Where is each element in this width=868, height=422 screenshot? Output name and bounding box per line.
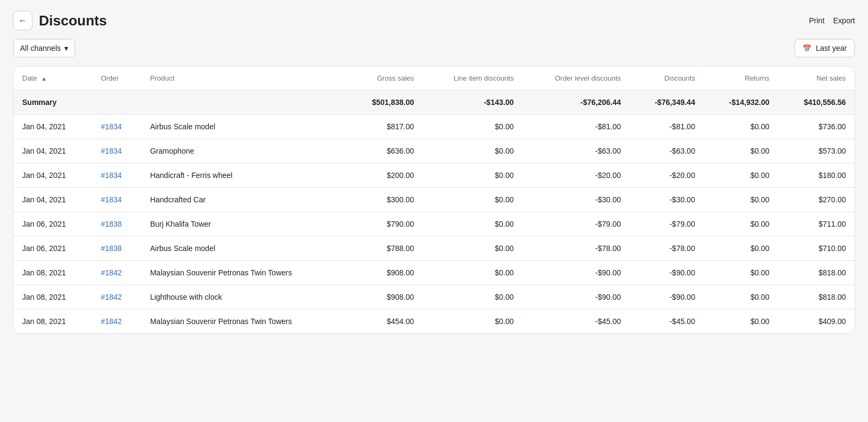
summary-label: Summary (14, 90, 346, 115)
cell-product: Malaysian Souvenir Petronas Twin Towers (142, 261, 346, 285)
cell-line-item-discounts: $0.00 (423, 261, 522, 285)
cell-line-item-discounts: $0.00 (423, 139, 522, 163)
cell-gross-sales: $790.00 (346, 212, 423, 236)
sort-icon: ▲ (41, 75, 47, 82)
order-link[interactable]: #1834 (101, 147, 122, 155)
discounts-table: Date ▲ Order Product Gross sales Line it… (14, 67, 854, 333)
cell-product: Handicraft - Ferris wheel (142, 163, 346, 188)
cell-order-level-discounts: -$20.00 (522, 163, 629, 188)
cell-order-level-discounts: -$45.00 (522, 309, 629, 334)
channel-filter-button[interactable]: All channels ▾ (13, 39, 75, 57)
cell-product: Malaysian Souvenir Petronas Twin Towers (142, 309, 346, 334)
date-range-button[interactable]: 📅 Last year (794, 39, 855, 57)
cell-net-sales: $270.00 (778, 188, 854, 212)
cell-returns: $0.00 (704, 236, 778, 261)
table-row: Jan 04, 2021 #1834 Gramophone $636.00 $0… (14, 139, 854, 163)
cell-net-sales: $818.00 (778, 261, 854, 285)
cell-discounts: -$79.00 (630, 212, 704, 236)
top-bar-right: Print Export (809, 16, 855, 25)
cell-gross-sales: $636.00 (346, 139, 423, 163)
cell-order-level-discounts: -$79.00 (522, 212, 629, 236)
summary-line-item-discounts: -$143.00 (423, 90, 522, 115)
table-row: Jan 08, 2021 #1842 Malaysian Souvenir Pe… (14, 261, 854, 285)
table-row: Jan 04, 2021 #1834 Handicraft - Ferris w… (14, 163, 854, 188)
table-row: Jan 04, 2021 #1834 Handcrafted Car $300.… (14, 188, 854, 212)
cell-order[interactable]: #1834 (92, 115, 141, 139)
channel-label: All channels (20, 44, 61, 52)
cell-order[interactable]: #1842 (92, 309, 141, 334)
export-button[interactable]: Export (833, 16, 855, 25)
cell-order[interactable]: #1842 (92, 285, 141, 309)
order-link[interactable]: #1834 (101, 171, 122, 180)
summary-row: Summary $501,838.00 -$143.00 -$76,206.44… (14, 90, 854, 115)
cell-order[interactable]: #1834 (92, 188, 141, 212)
col-header-product: Product (142, 67, 346, 90)
summary-discounts: -$76,349.44 (630, 90, 704, 115)
cell-net-sales: $573.00 (778, 139, 854, 163)
cell-product: Airbus Scale model (142, 236, 346, 261)
cell-returns: $0.00 (704, 115, 778, 139)
cell-net-sales: $409.00 (778, 309, 854, 334)
cell-line-item-discounts: $0.00 (423, 236, 522, 261)
filters-bar: All channels ▾ 📅 Last year (13, 39, 855, 57)
col-header-order: Order (92, 67, 141, 90)
cell-returns: $0.00 (704, 163, 778, 188)
cell-returns: $0.00 (704, 285, 778, 309)
page-title: Discounts (39, 12, 107, 29)
order-link[interactable]: #1842 (101, 293, 122, 301)
print-button[interactable]: Print (809, 16, 825, 25)
cell-net-sales: $180.00 (778, 163, 854, 188)
date-range-label: Last year (816, 44, 847, 52)
table-header-row: Date ▲ Order Product Gross sales Line it… (14, 67, 854, 90)
col-header-date[interactable]: Date ▲ (14, 67, 92, 90)
top-bar-left: ← Discounts (13, 11, 107, 30)
cell-order[interactable]: #1838 (92, 236, 141, 261)
cell-order[interactable]: #1834 (92, 163, 141, 188)
top-bar: ← Discounts Print Export (13, 11, 855, 30)
cell-net-sales: $818.00 (778, 285, 854, 309)
order-link[interactable]: #1838 (101, 244, 122, 253)
col-header-returns: Returns (704, 67, 778, 90)
table-row: Jan 08, 2021 #1842 Malaysian Souvenir Pe… (14, 309, 854, 334)
cell-returns: $0.00 (704, 212, 778, 236)
cell-date: Jan 04, 2021 (14, 115, 92, 139)
cell-returns: $0.00 (704, 188, 778, 212)
col-header-line-item-discounts: Line item discounts (423, 67, 522, 90)
summary-order-level-discounts: -$76,206.44 (522, 90, 629, 115)
cell-discounts: -$20.00 (630, 163, 704, 188)
order-link[interactable]: #1842 (101, 317, 122, 326)
table-row: Jan 04, 2021 #1834 Airbus Scale model $8… (14, 115, 854, 139)
cell-date: Jan 04, 2021 (14, 139, 92, 163)
table-row: Jan 06, 2021 #1838 Airbus Scale model $7… (14, 236, 854, 261)
cell-product: Handcrafted Car (142, 188, 346, 212)
col-header-gross-sales: Gross sales (346, 67, 423, 90)
cell-gross-sales: $454.00 (346, 309, 423, 334)
cell-order[interactable]: #1838 (92, 212, 141, 236)
cell-discounts: -$30.00 (630, 188, 704, 212)
cell-order[interactable]: #1842 (92, 261, 141, 285)
col-header-order-level-discounts: Order level discounts (522, 67, 629, 90)
cell-line-item-discounts: $0.00 (423, 163, 522, 188)
cell-order[interactable]: #1834 (92, 139, 141, 163)
back-button[interactable]: ← (13, 11, 32, 30)
cell-date: Jan 08, 2021 (14, 261, 92, 285)
order-link[interactable]: #1834 (101, 122, 122, 131)
cell-line-item-discounts: $0.00 (423, 115, 522, 139)
order-link[interactable]: #1838 (101, 220, 122, 228)
cell-date: Jan 06, 2021 (14, 212, 92, 236)
cell-date: Jan 08, 2021 (14, 285, 92, 309)
cell-product: Gramophone (142, 139, 346, 163)
cell-product: Airbus Scale model (142, 115, 346, 139)
cell-net-sales: $711.00 (778, 212, 854, 236)
order-link[interactable]: #1842 (101, 268, 122, 277)
order-link[interactable]: #1834 (101, 195, 122, 204)
table-row: Jan 08, 2021 #1842 Lighthouse with clock… (14, 285, 854, 309)
cell-date: Jan 08, 2021 (14, 309, 92, 334)
cell-line-item-discounts: $0.00 (423, 212, 522, 236)
cell-gross-sales: $908.00 (346, 285, 423, 309)
cell-date: Jan 04, 2021 (14, 188, 92, 212)
summary-returns: -$14,932.00 (704, 90, 778, 115)
cell-returns: $0.00 (704, 261, 778, 285)
cell-gross-sales: $200.00 (346, 163, 423, 188)
cell-order-level-discounts: -$90.00 (522, 285, 629, 309)
